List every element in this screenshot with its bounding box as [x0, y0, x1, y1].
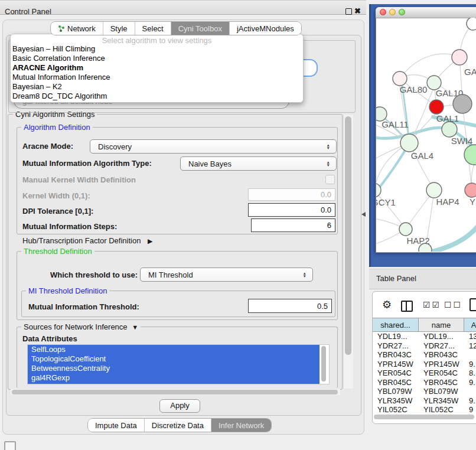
network-edge[interactable]	[400, 54, 459, 79]
tab-jactivemnodules[interactable]: jActiveMNodules	[230, 22, 301, 35]
settings-vscroll-thumb[interactable]	[345, 116, 351, 355]
attribute-item[interactable]	[28, 383, 319, 384]
table-cell: YBR043C	[373, 350, 419, 360]
table-row[interactable]: YLR345WYLR345W9.	[373, 396, 476, 406]
network-node-label: Y	[470, 197, 475, 207]
table-cell: 9.	[464, 396, 476, 406]
dock-icon[interactable]	[4, 441, 16, 450]
table-row[interactable]: YBL079WYBL079W	[373, 387, 476, 396]
which-threshold-combo[interactable]: MI Threshold ▲▼	[140, 268, 313, 282]
tab-infer-network[interactable]: Infer Network	[211, 419, 271, 432]
table-cell: YDR27...	[373, 341, 419, 351]
network-node-gal4[interactable]	[400, 134, 418, 152]
network-node[interactable]	[453, 94, 472, 113]
control-panel-tabs: NetworkStyleSelectCyni ToolboxjActiveMNo…	[50, 21, 302, 35]
dpi-tolerance-input[interactable]	[248, 203, 335, 217]
zoom-traffic-light[interactable]	[399, 9, 405, 15]
document-icon[interactable]	[470, 298, 476, 311]
checked-boxes-icon[interactable]: ☑☑	[423, 300, 441, 309]
network-node-gal80[interactable]	[393, 71, 407, 86]
table-row[interactable]: YBR045CYBR045C9.	[373, 378, 476, 387]
column-header-name[interactable]: name	[419, 318, 464, 331]
algorithm-option[interactable]: ARACNE Algorithm	[12, 63, 299, 73]
tab-discretize-data[interactable]: Discretize Data	[145, 419, 211, 432]
algorithm-option[interactable]: Mutual Information Inference	[12, 73, 299, 82]
tab-impute-data[interactable]: Impute Data	[88, 419, 145, 432]
tab-label: Infer Network	[219, 421, 264, 430]
aracne-mode-value: Discovery	[98, 142, 132, 151]
table-cell: YIL052C	[419, 405, 464, 415]
settings-hscroll-thumb[interactable]	[12, 390, 338, 394]
table-row[interactable]: YER054CYER054C8.	[373, 369, 476, 378]
table-row[interactable]: YPR145WYPR145W9.	[373, 360, 476, 369]
network-node[interactable]	[464, 145, 476, 165]
which-threshold-value: MI Threshold	[148, 270, 193, 279]
table-cell: YLR345W	[373, 396, 419, 406]
mi-steps-input[interactable]	[251, 219, 335, 232]
attribute-item[interactable]: SelfLoops	[28, 345, 319, 354]
table-cell: YPR145W	[373, 360, 419, 369]
data-attributes-list[interactable]: SelfLoopsTopologicalCoefficientBetweenne…	[27, 344, 330, 384]
algorithm-option[interactable]: Bayesian – K2	[12, 82, 299, 92]
tab-network[interactable]: Network	[51, 22, 103, 35]
network-node-y[interactable]	[465, 183, 476, 197]
close-icon[interactable]: ✖	[354, 6, 361, 15]
sources-title: Sources for Network Inference	[24, 322, 128, 331]
attribute-item[interactable]: gal4RGexp	[28, 373, 319, 383]
close-traffic-light[interactable]	[380, 9, 386, 15]
mi-type-combo[interactable]: Naive Bayes ▲▼	[180, 156, 337, 171]
attributes-scrollbar-thumb[interactable]	[321, 346, 326, 381]
hub-definition-expander[interactable]: Hub/Transcription Factor Definition ▶	[22, 236, 152, 245]
unchecked-boxes-icon[interactable]: ☐☐	[444, 300, 462, 309]
network-node[interactable]	[467, 18, 476, 30]
tab-label: Network	[67, 24, 96, 33]
attribute-item[interactable]: TopologicalCoefficient	[28, 354, 319, 364]
algorithm-option[interactable]: Bayesian – Hill Climbing	[12, 44, 299, 54]
tab-style[interactable]: Style	[103, 22, 135, 35]
threshold-definition-legend: Threshold Definition	[21, 247, 94, 255]
tab-label: Discretize Data	[152, 421, 204, 430]
table-cell: 9.	[464, 360, 476, 369]
network-node-gal1[interactable]	[429, 100, 444, 114]
minimize-traffic-light[interactable]	[389, 9, 396, 15]
dpi-tolerance-label: DPI Tolerance [0,1]:	[22, 207, 93, 216]
collapsed-arrow-icon: ▶	[148, 237, 152, 244]
apply-button[interactable]: Apply	[159, 399, 200, 413]
algorithm-option[interactable]: Dream8 DC_TDC Algorithm	[12, 92, 299, 101]
tab-label: Style	[110, 24, 128, 33]
table-hscroll-thumb[interactable]	[374, 415, 474, 419]
manual-kernel-checkbox[interactable]	[325, 175, 335, 184]
attribute-item[interactable]: BetweennessCentrality	[28, 364, 319, 373]
aracne-mode-combo[interactable]: Discovery ▲▼	[90, 139, 337, 154]
split-panel-icon[interactable]	[401, 301, 413, 312]
column-header-A[interactable]: A	[464, 318, 476, 331]
network-node-hap2[interactable]	[399, 223, 412, 236]
table-row[interactable]: YDL19...YDL19...13	[373, 332, 476, 341]
stepper-icon: ▲▼	[303, 272, 307, 278]
float-window-icon[interactable]	[345, 8, 352, 15]
tab-select[interactable]: Select	[135, 22, 171, 35]
network-edge[interactable]	[376, 190, 406, 229]
network-node-label: GCY1	[376, 197, 396, 207]
sources-legend[interactable]: Sources for Network Inference ▼	[21, 323, 141, 331]
table-row[interactable]: YDR27...YDR27...12	[373, 341, 476, 351]
column-header-shared[interactable]: shared...	[373, 318, 419, 331]
mi-threshold-input[interactable]	[248, 299, 332, 313]
table-panel-title: Table Panel	[376, 274, 416, 283]
gear-icon[interactable]: ⚙	[382, 298, 392, 311]
table-cell	[464, 387, 476, 396]
network-node-hap4[interactable]	[426, 182, 442, 198]
table-row[interactable]: YBR043CYBR043C	[373, 350, 476, 360]
mi-type-value: Naive Bayes	[188, 159, 232, 168]
algorithm-option[interactable]: Basic Correlation Inference	[12, 54, 299, 63]
data-attributes-label: Data Attributes	[22, 334, 77, 343]
network-canvas[interactable]: GALGAL80GAL10GAL1GAL11SWI4GAL4GCY1HAP4YH…	[376, 18, 476, 252]
network-node-swi4[interactable]	[442, 122, 457, 137]
network-node-label: GAL	[464, 67, 476, 77]
table-row[interactable]: YIL052CYIL052C9	[373, 405, 476, 415]
network-node-gal[interactable]	[452, 50, 467, 65]
tab-cyni-toolbox[interactable]: Cyni Toolbox	[171, 22, 230, 35]
table-cell: YDL19...	[419, 332, 464, 341]
kernel-width-input[interactable]	[248, 188, 335, 201]
stepper-icon: ▲▼	[327, 144, 330, 149]
